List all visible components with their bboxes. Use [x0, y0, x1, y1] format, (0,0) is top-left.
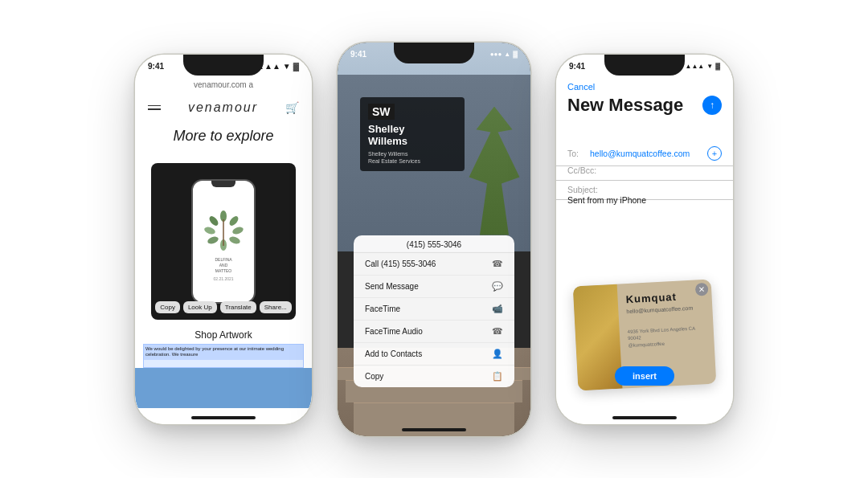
new-message-title: New Message: [567, 95, 683, 116]
insert-button[interactable]: insert: [615, 366, 674, 386]
wifi-icon-1: ▼: [283, 62, 291, 71]
business-card-attachment: Kumquat hello@kumquatcoffee.com 4936 Yor…: [564, 291, 725, 403]
svg-point-2: [227, 214, 240, 227]
shop-artwork-label[interactable]: Shop Artwork: [135, 329, 312, 341]
battery-icon-1: ▓: [293, 62, 299, 71]
action-message[interactable]: Send Message 💬: [354, 276, 514, 298]
wifi-icon-3: ▼: [706, 63, 713, 70]
battery-icon-2: ▓: [513, 51, 518, 58]
card-email: hello@kumquatcoffee.com: [626, 304, 704, 314]
facetime-audio-label: FaceTime Audio: [365, 327, 423, 336]
time-2: 9:41: [350, 50, 366, 59]
home-indicator-2: [402, 428, 466, 431]
card-brand: Kumquat: [625, 289, 704, 305]
battery-icon-3: ▓: [715, 63, 720, 70]
status-icons-3: ▲▲▲ ▼ ▓: [685, 63, 720, 70]
phone-3: 9:41 ▲▲▲ ▼ ▓ Cancel New Message ↑: [556, 55, 733, 424]
inner-phone-notch: [211, 181, 235, 187]
add-contacts-icon: 👤: [492, 349, 503, 359]
copy-icon: 📋: [492, 371, 503, 382]
hamburger-menu-icon[interactable]: [148, 105, 161, 110]
selected-text: We would be delighted by your presence a…: [144, 345, 303, 361]
facetime-audio-icon: ☎: [492, 326, 503, 337]
action-sheet: (415) 555-3046 Call (415) 555-3046 ☎ Sen…: [354, 235, 514, 387]
copy-btn[interactable]: Copy: [155, 301, 180, 313]
close-card-button[interactable]: ✕: [695, 282, 709, 296]
notch-2: [394, 43, 474, 63]
message-label: Send Message: [365, 282, 419, 291]
action-add-contacts[interactable]: Add to Contacts 👤: [354, 343, 514, 366]
new-message-title-row: New Message ↑: [567, 95, 722, 116]
sign-initials: SW: [368, 104, 395, 120]
phone-number-header: (415) 555-3046: [354, 235, 514, 253]
look-up-btn[interactable]: Look Up: [183, 301, 217, 313]
signal-icon-2: ●●●: [490, 51, 502, 58]
to-label: To:: [567, 149, 590, 158]
home-indicator-3: [612, 416, 677, 419]
mail-body[interactable]: Sent from my iPhone: [567, 195, 722, 205]
translate-btn[interactable]: Translate: [220, 301, 256, 313]
notch-3: [604, 55, 685, 76]
selection-area: We would be delighted by your presence a…: [143, 344, 304, 368]
add-recipient-button[interactable]: +: [707, 146, 722, 161]
selection-toolbar: Copy Look Up Translate Share...: [151, 301, 296, 313]
sign-name: Shelley Willems: [368, 123, 457, 148]
phone1-content: 9:41 ▲▲▲ ▼ ▓ venamour.com a: [135, 55, 312, 424]
nav-bar: venamour 🛒: [135, 95, 312, 121]
svg-point-4: [231, 225, 244, 235]
cc-label: Cc/Bcc:: [567, 165, 596, 175]
page-container: 9:41 ▲▲▲ ▼ ▓ venamour.com a: [119, 27, 749, 452]
call-label: Call (415) 555-3046: [365, 259, 436, 268]
logo[interactable]: venamour: [188, 100, 258, 115]
invitation-date: 02.21.2021: [213, 276, 233, 281]
blue-strip: [135, 368, 312, 408]
subject-label: Subject:: [567, 185, 598, 194]
action-facetime-audio[interactable]: FaceTime Audio ☎: [354, 321, 514, 343]
invitation-names: DELFINAANDMATTEO: [215, 257, 231, 274]
add-contacts-label: Add to Contacts: [365, 349, 422, 358]
card-address: 4936 York Blvd Los Angeles CA 90042 @kum…: [628, 325, 706, 349]
svg-point-3: [203, 225, 216, 235]
cart-icon[interactable]: 🛒: [285, 101, 299, 114]
call-icon: ☎: [492, 259, 503, 269]
facetime-icon: 📹: [492, 304, 503, 314]
card-content: Kumquat hello@kumquatcoffee.com 4936 Yor…: [625, 289, 706, 349]
action-facetime[interactable]: FaceTime 📹: [354, 298, 514, 321]
facetime-label: FaceTime: [365, 304, 400, 313]
action-call[interactable]: Call (415) 555-3046 ☎: [354, 253, 514, 276]
product-card: DELFINAANDMATTEO 02.21.2021 Copy Look Up…: [151, 163, 296, 320]
message-icon: 💬: [492, 281, 503, 292]
cancel-button[interactable]: Cancel: [567, 82, 722, 92]
phone2-content: 9:41 ●●● ▲ ▓ SW Shelley Willems She: [338, 43, 530, 436]
url-bar: venamour.com a: [135, 77, 312, 93]
to-value: hello@kumquatcoffee.com: [590, 149, 707, 158]
svg-point-1: [207, 214, 219, 227]
send-button[interactable]: ↑: [702, 96, 722, 115]
inner-phone-content: DELFINAANDMATTEO 02.21.2021: [202, 202, 246, 281]
url-text: venamour.com a: [194, 80, 253, 89]
sign-subtitle: Shelley Willems Real Estate Services: [368, 150, 457, 165]
heading: More to explore: [135, 127, 312, 145]
home-indicator-1: [191, 416, 256, 419]
cc-bcc-field[interactable]: Cc/Bcc:: [556, 161, 733, 181]
mail-compose-header: Cancel New Message ↑: [556, 76, 733, 122]
status-icons-2: ●●● ▲ ▓: [490, 51, 518, 58]
signal-icon-3: ▲▲▲: [685, 63, 704, 70]
svg-point-5: [207, 235, 219, 244]
phone3-content: 9:41 ▲▲▲ ▼ ▓ Cancel New Message ↑: [556, 55, 733, 424]
svg-point-6: [228, 235, 241, 244]
phone-2: 9:41 ●●● ▲ ▓ SW Shelley Willems She: [338, 43, 530, 436]
copy-label: Copy: [365, 372, 383, 381]
realtor-sign: SW Shelley Willems Shelley Willems Real …: [360, 97, 465, 171]
phone-1: 9:41 ▲▲▲ ▼ ▓ venamour.com a: [135, 55, 312, 424]
share-btn[interactable]: Share...: [260, 301, 292, 313]
time-1: 9:41: [148, 62, 164, 71]
time-3: 9:41: [569, 62, 585, 71]
notch-1: [183, 55, 264, 76]
wifi-icon-2: ▲: [504, 51, 510, 58]
inner-phone: DELFINAANDMATTEO 02.21.2021: [191, 179, 256, 304]
floral-icon: [202, 210, 246, 254]
send-icon: ↑: [710, 100, 714, 111]
action-copy[interactable]: Copy 📋: [354, 366, 514, 387]
